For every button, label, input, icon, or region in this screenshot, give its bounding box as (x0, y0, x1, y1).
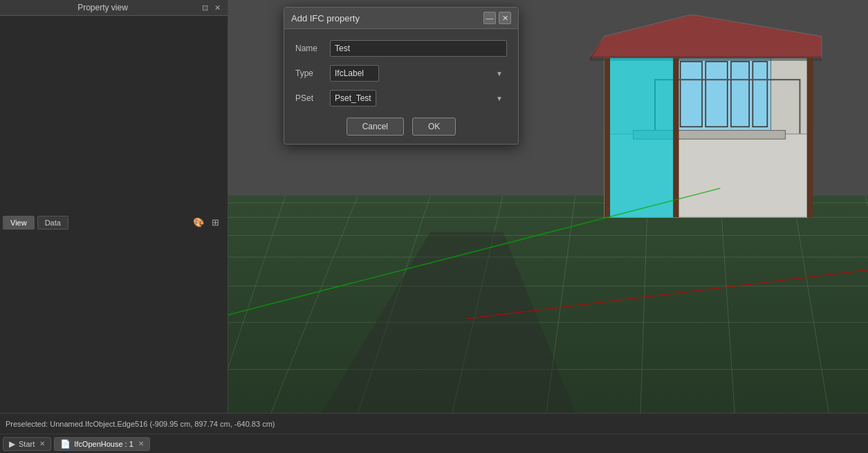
view-tab-button[interactable]: View (3, 216, 35, 230)
dialog-minimize-button[interactable]: — (483, 12, 496, 24)
tab-label: IfcOpenHouse : 1 (74, 440, 133, 448)
status-text: Preselected: Unnamed.IfcObject.Edge516 (… (6, 420, 275, 428)
pset-select[interactable]: Pset_Test (330, 90, 376, 107)
pset-label: PSet (295, 93, 330, 103)
settings-icon[interactable]: ⊞ (208, 216, 222, 230)
header-icons: ⊡ ✕ (200, 3, 222, 12)
taskbar-tab-0[interactable]: ▶Start✕ (3, 437, 51, 451)
type-dropdown-arrow: ▼ (496, 70, 503, 77)
property-view-header: Property view ⊡ ✕ (0, 0, 228, 16)
left-panel: Property view ⊡ ✕ Base▶Placement[(0.00 0… (0, 0, 228, 413)
bottom-bar: Preselected: Unnamed.IfcObject.Edge516 (… (0, 413, 868, 434)
svg-rect-32 (604, 58, 610, 217)
left-panel-bottom: View Data 🎨 ⊞ (0, 16, 228, 413)
cancel-button[interactable]: Cancel (347, 118, 404, 136)
tab-icon: 📄 (60, 439, 71, 449)
tab-label: Start (19, 440, 35, 448)
svg-rect-22 (705, 62, 727, 127)
pset-select-wrapper: Pset_Test ▼ (330, 90, 507, 107)
pset-dropdown-arrow: ▼ (496, 95, 503, 102)
status-bar: Preselected: Unnamed.IfcObject.Edge516 (… (0, 420, 868, 428)
svg-rect-31 (604, 58, 677, 217)
taskbar-tab-1[interactable]: 📄IfcOpenHouse : 1✕ (54, 437, 150, 451)
dialog-title: Add IFC property (291, 13, 360, 24)
svg-rect-33 (673, 58, 678, 217)
dialog-title-bar: Add IFC property — ✕ (284, 8, 518, 29)
taskbar: ▶Start✕📄IfcOpenHouse : 1✕ (0, 434, 868, 453)
dialog-body: Name Type IfcLabel IfcText IfcInteger If… (284, 29, 518, 144)
main-area: Property view ⊡ ✕ Base▶Placement[(0.00 0… (0, 0, 868, 413)
svg-rect-21 (681, 62, 702, 127)
svg-rect-34 (807, 58, 813, 217)
type-select-wrapper: IfcLabel IfcText IfcInteger IfcReal IfcB… (330, 65, 507, 82)
add-ifc-property-dialog: Add IFC property — ✕ Name (284, 7, 519, 145)
svg-rect-23 (731, 62, 749, 127)
data-tab-button[interactable]: Data (37, 216, 68, 230)
name-label: Name (295, 44, 330, 53)
palette-icon[interactable]: 🎨 (192, 216, 205, 230)
dialog-title-buttons: — ✕ (483, 12, 511, 24)
close-icon[interactable]: ✕ (212, 3, 222, 12)
tab-close-button[interactable]: ✕ (138, 440, 144, 447)
tab-close-button[interactable]: ✕ (39, 440, 45, 447)
type-label: Type (295, 68, 330, 78)
pin-icon[interactable]: ⊡ (200, 3, 210, 12)
svg-rect-24 (752, 62, 767, 127)
type-field: Type IfcLabel IfcText IfcInteger IfcReal… (295, 65, 507, 82)
tab-icon: ▶ (9, 439, 15, 449)
viewport[interactable]: Add IFC property — ✕ Name (228, 0, 868, 413)
dialog-close-button[interactable]: ✕ (499, 12, 511, 24)
name-field: Name (295, 40, 507, 57)
dialog-buttons: Cancel OK (295, 118, 507, 136)
type-select[interactable]: IfcLabel IfcText IfcInteger IfcReal IfcB… (330, 65, 379, 82)
property-view-title: Property view (6, 3, 200, 12)
pset-field: PSet Pset_Test ▼ (295, 90, 507, 107)
bottom-icons: 🎨 ⊞ (192, 216, 225, 230)
ok-button[interactable]: OK (412, 118, 456, 136)
name-input[interactable] (330, 40, 507, 57)
